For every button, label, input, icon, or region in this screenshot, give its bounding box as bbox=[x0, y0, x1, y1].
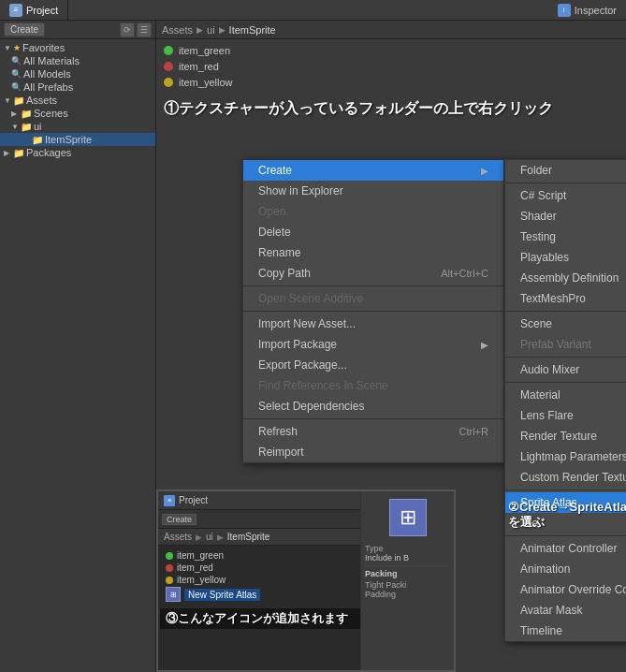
ctx-item-reimport[interactable]: Reimport bbox=[243, 442, 503, 462]
sub-item-assembly[interactable]: Assembly Definition bbox=[505, 268, 626, 288]
tree-item-favorites[interactable]: ★ Favorites bbox=[0, 41, 155, 54]
star-icon: ★ bbox=[13, 43, 21, 52]
sub-item-animator-controller[interactable]: Animator Controller bbox=[505, 538, 626, 559]
thumb-dot-green bbox=[166, 552, 173, 560]
sub-item-audio-mixer[interactable]: Audio Mixer bbox=[505, 359, 626, 380]
tree-item-packages[interactable]: 📁 Packages bbox=[0, 146, 155, 159]
annotation-1: ①テクスチャーが入っているフォルダーの上で右クリック bbox=[156, 94, 626, 124]
sub-item-testing[interactable]: Testing ▶ bbox=[505, 226, 626, 247]
tab-project[interactable]: ≡ Project bbox=[0, 0, 68, 20]
sub-item-timeline[interactable]: Timeline bbox=[505, 621, 626, 641]
sub-item-custom-render[interactable]: Custom Render Texture bbox=[505, 467, 626, 488]
tree-item-all-prefabs[interactable]: 🔍 All Prefabs bbox=[0, 80, 155, 94]
folder-icon-item-sprite: 📁 bbox=[32, 135, 43, 145]
sync-button[interactable]: ⟳ bbox=[120, 22, 135, 37]
sub-item-textmeshpro[interactable]: TextMeshPro ▶ bbox=[505, 288, 626, 309]
item-yellow-label: item_yellow bbox=[179, 77, 232, 88]
ctx-create-label: Create bbox=[258, 164, 292, 177]
sub-item-playables[interactable]: Playables ▶ bbox=[505, 247, 626, 268]
sub-sep3 bbox=[505, 357, 626, 358]
ctx-open-scene-label: Open Scene Additive bbox=[258, 292, 363, 305]
asset-list: item_green item_red item_yellow bbox=[156, 39, 626, 94]
tab-inspector[interactable]: i Inspector bbox=[548, 0, 626, 20]
list-item-red[interactable]: item_red bbox=[160, 59, 622, 74]
thumb-tight-label: Tight Packi bbox=[365, 580, 450, 590]
ctx-item-export-package[interactable]: Export Package... bbox=[243, 355, 503, 375]
ctx-item-refresh[interactable]: Refresh Ctrl+R bbox=[243, 421, 503, 442]
ctx-item-copy-path[interactable]: Copy Path Alt+Ctrl+C bbox=[243, 263, 503, 284]
tree-item-scenes[interactable]: 📁 Scenes bbox=[0, 107, 155, 120]
all-materials-label: All Materials bbox=[23, 55, 80, 66]
create-button[interactable]: Create bbox=[4, 22, 45, 37]
sub-animator-controller-label: Animator Controller bbox=[520, 542, 617, 555]
ctx-item-import-package[interactable]: Import Package ▶ bbox=[243, 334, 503, 355]
ctx-open-label: Open bbox=[258, 205, 285, 218]
sub-item-prefab: Prefab Variant bbox=[505, 334, 626, 355]
ctx-import-package-label: Import Package bbox=[258, 338, 337, 351]
folder-icon-ui: 📁 bbox=[21, 122, 32, 132]
assets-label: Assets bbox=[26, 95, 57, 106]
sub-animator-override-label: Animator Override Controller bbox=[520, 583, 626, 596]
tree-item-all-models[interactable]: 🔍 All Models bbox=[0, 67, 155, 80]
project-panel: Create ⟳ ☰ ★ Favorites 🔍 All Materials 🔍… bbox=[0, 21, 156, 672]
ctx-item-import-new[interactable]: Import New Asset... bbox=[243, 314, 503, 334]
ctx-item-rename[interactable]: Rename bbox=[243, 242, 503, 263]
breadcrumb-assets[interactable]: Assets bbox=[162, 24, 193, 36]
sub-sep1 bbox=[505, 183, 626, 183]
thumb-red-label: item_red bbox=[177, 562, 213, 573]
ctx-item-delete[interactable]: Delete bbox=[243, 222, 503, 242]
sub-item-folder[interactable]: Folder bbox=[505, 160, 626, 181]
sub-item-render-texture[interactable]: Render Texture bbox=[505, 426, 626, 446]
ctx-sep2 bbox=[243, 311, 503, 312]
thumb-bc-assets[interactable]: Assets bbox=[164, 532, 192, 542]
ctx-item-select-deps[interactable]: Select Dependencies bbox=[243, 396, 503, 416]
ctx-sep3 bbox=[243, 418, 503, 419]
all-models-label: All Models bbox=[23, 68, 71, 80]
ctx-item-open: Open bbox=[243, 201, 503, 222]
right-panel: Assets ▶ ui ▶ ItemSprite item_green item… bbox=[156, 21, 626, 672]
thumb-bc-ui[interactable]: ui bbox=[206, 532, 213, 542]
search-icon-models: 🔍 bbox=[11, 69, 22, 79]
breadcrumb-item-sprite[interactable]: ItemSprite bbox=[229, 24, 276, 36]
sub-lens-flare-label: Lens Flare bbox=[520, 409, 574, 422]
thumb-bc-item-sprite[interactable]: ItemSprite bbox=[227, 532, 270, 542]
sub-item-animation[interactable]: Animation bbox=[505, 559, 626, 579]
breadcrumb-ui[interactable]: ui bbox=[207, 24, 215, 36]
ctx-select-deps-label: Select Dependencies bbox=[258, 400, 364, 413]
sub-item-material[interactable]: Material bbox=[505, 385, 626, 405]
sub-sep5 bbox=[505, 489, 626, 490]
top-bar: ≡ Project i Inspector bbox=[0, 0, 626, 21]
sub-item-csharp[interactable]: C# Script bbox=[505, 185, 626, 206]
thumb-bc-sep2: ▶ bbox=[217, 533, 224, 542]
list-item-green[interactable]: item_green bbox=[160, 43, 622, 58]
folder-icon-scenes: 📁 bbox=[21, 109, 32, 119]
sub-item-animator-override[interactable]: Animator Override Controller bbox=[505, 579, 626, 600]
main-layout: Create ⟳ ☰ ★ Favorites 🔍 All Materials 🔍… bbox=[0, 21, 626, 672]
ctx-find-refs-label: Find References In Scene bbox=[258, 379, 388, 392]
sub-scene-label: Scene bbox=[520, 317, 552, 330]
panel-toolbar: Create ⟳ ☰ bbox=[0, 21, 155, 39]
sub-item-lightmap[interactable]: Lightmap Parameters bbox=[505, 446, 626, 467]
thumb-sprite-atlas-large-icon: ⊞ bbox=[389, 499, 427, 536]
sub-item-shader[interactable]: Shader ▶ bbox=[505, 206, 626, 226]
ctx-show-explorer-label: Show in Explorer bbox=[258, 184, 343, 197]
tree-item-ui[interactable]: 📁 ui bbox=[0, 120, 155, 133]
menu-button[interactable]: ☰ bbox=[137, 22, 152, 37]
tree-item-all-materials[interactable]: 🔍 All Materials bbox=[0, 54, 155, 67]
sub-item-scene[interactable]: Scene bbox=[505, 314, 626, 334]
sub-item-lens-flare[interactable]: Lens Flare bbox=[505, 405, 626, 426]
ctx-item-create[interactable]: Create ▶ bbox=[243, 160, 503, 181]
list-item-yellow[interactable]: item_yellow bbox=[160, 75, 622, 90]
chevron-ui bbox=[11, 123, 19, 130]
tree-item-assets[interactable]: 📁 Assets bbox=[0, 94, 155, 107]
sub-item-avatar-mask[interactable]: Avatar Mask bbox=[505, 600, 626, 621]
ctx-item-open-scene: Open Scene Additive bbox=[243, 288, 503, 309]
ctx-item-show-explorer[interactable]: Show in Explorer bbox=[243, 181, 503, 201]
sub-animation-label: Animation bbox=[520, 562, 570, 576]
item-red-label: item_red bbox=[179, 61, 219, 72]
thumb-create-btn[interactable]: Create bbox=[162, 514, 197, 525]
tree-item-item-sprite[interactable]: 📁 ItemSprite bbox=[0, 133, 155, 146]
ctx-rename-label: Rename bbox=[258, 246, 300, 259]
thumb-green-label: item_green bbox=[177, 550, 224, 561]
project-icon: ≡ bbox=[9, 4, 22, 17]
